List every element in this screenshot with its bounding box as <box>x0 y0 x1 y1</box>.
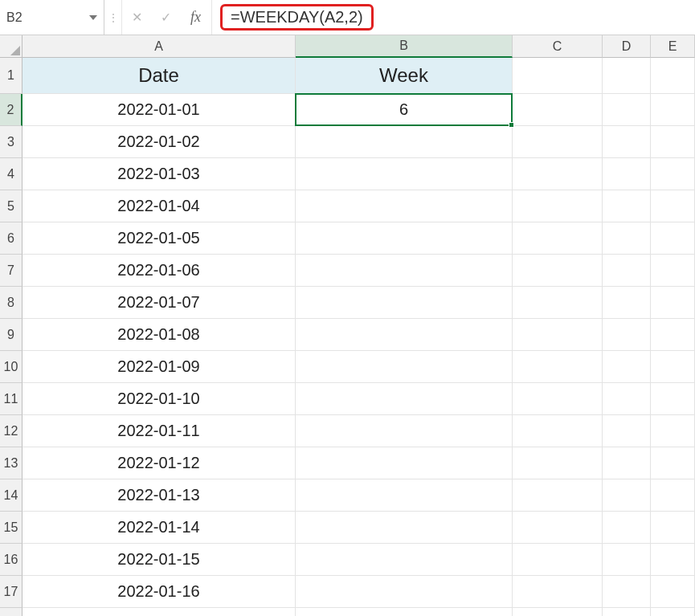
cell-D4[interactable] <box>603 158 651 190</box>
cell-E2[interactable] <box>651 94 695 126</box>
cell-C4[interactable] <box>513 158 603 190</box>
cell-E10[interactable] <box>651 351 695 383</box>
cell-B13[interactable] <box>296 447 513 479</box>
cell-E9[interactable] <box>651 319 695 351</box>
cell-A14[interactable]: 2022-01-13 <box>22 479 296 512</box>
cell-C18[interactable] <box>513 608 603 616</box>
row-head-10[interactable]: 10 <box>0 351 22 383</box>
cell-D6[interactable] <box>603 222 651 255</box>
cancel-formula-icon[interactable]: ✕ <box>122 0 151 35</box>
accept-formula-icon[interactable]: ✓ <box>151 0 180 35</box>
cell-C15[interactable] <box>513 512 603 544</box>
cell-B4[interactable] <box>296 158 513 190</box>
cell-A13[interactable]: 2022-01-12 <box>22 447 296 479</box>
cell-E11[interactable] <box>651 383 695 415</box>
cell-D9[interactable] <box>603 319 651 351</box>
spreadsheet-grid[interactable]: A B C D E 1 Date Week 2 2022-01-01 6 3 2… <box>0 35 695 616</box>
cell-B7[interactable] <box>296 255 513 287</box>
row-head-4[interactable]: 4 <box>0 158 22 190</box>
cell-C9[interactable] <box>513 319 603 351</box>
cell-D3[interactable] <box>603 126 651 158</box>
cell-A10[interactable]: 2022-01-09 <box>22 351 296 383</box>
cell-B18[interactable] <box>296 608 513 616</box>
row-head-2[interactable]: 2 <box>0 94 22 126</box>
row-head-14[interactable]: 14 <box>0 479 22 512</box>
col-head-B[interactable]: B <box>296 35 513 58</box>
cell-C10[interactable] <box>513 351 603 383</box>
cell-B3[interactable] <box>296 126 513 158</box>
cell-A4[interactable]: 2022-01-03 <box>22 158 296 190</box>
cell-E13[interactable] <box>651 447 695 479</box>
chevron-down-icon[interactable] <box>89 15 97 20</box>
cell-C14[interactable] <box>513 479 603 512</box>
row-head-17[interactable]: 17 <box>0 576 22 608</box>
col-head-A[interactable]: A <box>22 35 296 58</box>
name-box[interactable]: B2 <box>0 0 104 35</box>
row-head-3[interactable]: 3 <box>0 126 22 158</box>
cell-A15[interactable]: 2022-01-14 <box>22 512 296 544</box>
cell-D10[interactable] <box>603 351 651 383</box>
cell-E18[interactable] <box>651 608 695 616</box>
cell-E15[interactable] <box>651 512 695 544</box>
row-head-18[interactable]: 18 <box>0 608 22 616</box>
cell-B2[interactable]: 6 <box>296 94 513 126</box>
cell-B6[interactable] <box>296 222 513 255</box>
cell-A16[interactable]: 2022-01-15 <box>22 544 296 576</box>
cell-A5[interactable]: 2022-01-04 <box>22 190 296 222</box>
cell-A3[interactable]: 2022-01-02 <box>22 126 296 158</box>
cell-E6[interactable] <box>651 222 695 255</box>
cell-E12[interactable] <box>651 415 695 447</box>
row-head-12[interactable]: 12 <box>0 415 22 447</box>
cell-D2[interactable] <box>603 94 651 126</box>
cell-E4[interactable] <box>651 158 695 190</box>
cell-D16[interactable] <box>603 544 651 576</box>
cell-C7[interactable] <box>513 255 603 287</box>
cell-A2[interactable]: 2022-01-01 <box>22 94 296 126</box>
row-head-9[interactable]: 9 <box>0 319 22 351</box>
cell-C8[interactable] <box>513 287 603 319</box>
cell-A17[interactable]: 2022-01-16 <box>22 576 296 608</box>
cell-E16[interactable] <box>651 544 695 576</box>
cell-E14[interactable] <box>651 479 695 512</box>
cell-D5[interactable] <box>603 190 651 222</box>
col-head-E[interactable]: E <box>651 35 695 58</box>
cell-E17[interactable] <box>651 576 695 608</box>
cell-E3[interactable] <box>651 126 695 158</box>
cell-A6[interactable]: 2022-01-05 <box>22 222 296 255</box>
cell-E5[interactable] <box>651 190 695 222</box>
cell-C1[interactable] <box>513 58 603 94</box>
cell-A11[interactable]: 2022-01-10 <box>22 383 296 415</box>
cell-D8[interactable] <box>603 287 651 319</box>
cell-D15[interactable] <box>603 512 651 544</box>
cell-D1[interactable] <box>603 58 651 94</box>
row-head-1[interactable]: 1 <box>0 58 22 94</box>
cell-C6[interactable] <box>513 222 603 255</box>
cell-C12[interactable] <box>513 415 603 447</box>
cell-B16[interactable] <box>296 544 513 576</box>
cell-A12[interactable]: 2022-01-11 <box>22 415 296 447</box>
cell-B10[interactable] <box>296 351 513 383</box>
cell-D11[interactable] <box>603 383 651 415</box>
cell-B1[interactable]: Week <box>296 58 513 94</box>
row-head-5[interactable]: 5 <box>0 190 22 222</box>
row-head-16[interactable]: 16 <box>0 544 22 576</box>
col-head-D[interactable]: D <box>603 35 651 58</box>
row-head-15[interactable]: 15 <box>0 512 22 544</box>
cell-A8[interactable]: 2022-01-07 <box>22 287 296 319</box>
cell-B11[interactable] <box>296 383 513 415</box>
cell-C17[interactable] <box>513 576 603 608</box>
cell-B17[interactable] <box>296 576 513 608</box>
cell-B8[interactable] <box>296 287 513 319</box>
formula-input[interactable]: =WEEKDAY(A2,2) <box>212 0 695 35</box>
cell-C13[interactable] <box>513 447 603 479</box>
cell-A18[interactable]: 2022-01-17 <box>22 608 296 616</box>
cell-B5[interactable] <box>296 190 513 222</box>
cell-D14[interactable] <box>603 479 651 512</box>
row-head-13[interactable]: 13 <box>0 447 22 479</box>
cell-C2[interactable] <box>513 94 603 126</box>
cell-A1[interactable]: Date <box>22 58 296 94</box>
cell-C16[interactable] <box>513 544 603 576</box>
cell-A7[interactable]: 2022-01-06 <box>22 255 296 287</box>
row-head-11[interactable]: 11 <box>0 383 22 415</box>
cell-B12[interactable] <box>296 415 513 447</box>
